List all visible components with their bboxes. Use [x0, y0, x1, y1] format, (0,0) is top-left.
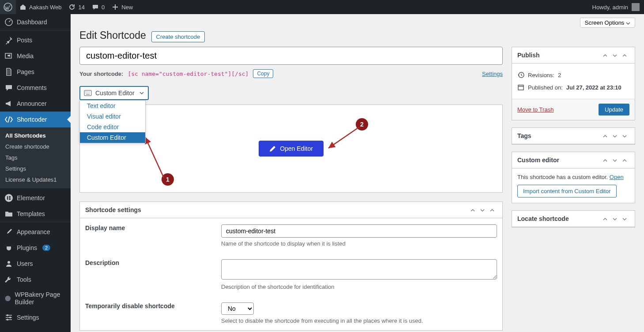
submenu-tags[interactable]: Tags [0, 152, 71, 163]
page-title: Edit Shortcode [79, 30, 146, 41]
import-button[interactable]: Import content from Custom Editor [517, 185, 617, 198]
published-row: Published on: Jul 27, 2022 at 23:10 [517, 81, 629, 93]
sidebar-item-label: Plugins [17, 244, 37, 251]
display-name-input[interactable] [221, 224, 497, 238]
main-content: Screen Options Edit Shortcode Create sho… [71, 14, 644, 332]
sidebar-item-dashboard[interactable]: Dashboard [0, 14, 71, 30]
editor-option-text[interactable]: Text editor [80, 101, 145, 111]
chevron-up-icon[interactable] [487, 206, 497, 213]
sidebar-item-elementor[interactable]: Elementor [0, 190, 71, 206]
calendar-icon [517, 84, 524, 91]
svg-point-10 [5, 296, 11, 301]
sidebar-item-posts[interactable]: Posts [0, 32, 71, 48]
sidebar-item-label: Shortcoder [17, 116, 47, 123]
description-input[interactable] [221, 259, 497, 280]
submenu-settings[interactable]: Settings [0, 163, 71, 174]
disable-select[interactable]: No [221, 302, 254, 315]
sidebar-item-templates[interactable]: Templates [0, 206, 71, 222]
svg-point-12 [9, 317, 11, 318]
chevron-up-icon[interactable] [600, 52, 610, 59]
editor-option-code[interactable]: Code editor [80, 122, 145, 132]
create-shortcode-button[interactable]: Create shortcode [151, 31, 205, 42]
chevron-down-icon[interactable] [620, 132, 629, 139]
chevron-up-icon[interactable] [620, 52, 629, 59]
settings-link[interactable]: Settings [482, 71, 503, 77]
open-link[interactable]: Open [610, 174, 624, 180]
submenu-license[interactable]: License & Updates1 [0, 174, 71, 185]
shortcode-name-input[interactable] [79, 47, 503, 65]
wordpress-icon [4, 3, 12, 11]
sidebar-item-wpbakery[interactable]: WPBakery Page Builder [0, 287, 71, 310]
publish-box: Publish Revisions: 2 Publish [512, 47, 635, 120]
sidebar-item-tools[interactable]: Tools [0, 272, 71, 287]
avatar [632, 3, 640, 11]
history-icon [517, 71, 524, 78]
admin-sidebar: Dashboard Posts Media Pages Comments Ann… [0, 14, 71, 332]
chevron-down-icon [626, 21, 630, 26]
page-header: Edit Shortcode Create shortcode [71, 28, 644, 47]
sidebar-item-media[interactable]: Media [0, 48, 71, 64]
locate-title: Locate shortcode [517, 215, 600, 222]
wp-logo[interactable] [0, 0, 16, 14]
chevron-down-icon[interactable] [610, 157, 620, 164]
open-editor-button[interactable]: Open Editor [259, 141, 324, 157]
sidebar-item-label: Pages [17, 68, 34, 75]
submenu-all-shortcodes[interactable]: All Shortcodes [0, 130, 71, 141]
sidebar-item-label: WPBakery Page Builder [15, 291, 66, 306]
editor-dropdown: Text editor Visual editor Code editor Cu… [79, 100, 146, 143]
display-name-hint: Name of the shortcode to display when it… [221, 240, 497, 247]
chevron-up-icon[interactable] [620, 157, 629, 164]
chevron-down-icon[interactable] [610, 215, 620, 222]
chevron-down-icon [139, 90, 144, 96]
chevron-up-icon[interactable] [600, 132, 610, 139]
editor-option-custom[interactable]: Custom Editor [80, 132, 145, 143]
wrench-icon [4, 275, 13, 284]
sidebar-item-announcer[interactable]: Announcer [0, 96, 71, 112]
plug-icon [4, 243, 13, 252]
sidebar-item-pages[interactable]: Pages [0, 64, 71, 80]
sidebar-item-shortcoder[interactable]: Shortcoder [0, 112, 71, 127]
admin-user[interactable]: Howdy, admin [592, 3, 644, 11]
editor-option-visual[interactable]: Visual editor [80, 111, 145, 122]
plus-icon [112, 4, 119, 11]
sidebar-item-plugins[interactable]: Plugins 2 [0, 240, 71, 256]
sidebar-item-settings[interactable]: Settings [0, 310, 71, 325]
chevron-up-icon[interactable] [468, 206, 478, 213]
editor-select[interactable]: Custom Editor [79, 86, 149, 100]
wpbakery-icon [4, 294, 11, 303]
comments[interactable]: 0 [88, 0, 108, 14]
custom-editor-box: Custom editor This shortcode has a custo… [512, 152, 635, 203]
chevron-down-icon[interactable] [610, 132, 620, 139]
site-name[interactable]: Aakash Web [16, 0, 65, 14]
sidebar-item-label: Users [17, 260, 33, 267]
chevron-up-icon[interactable] [600, 215, 610, 222]
screen-options-button[interactable]: Screen Options [580, 18, 635, 28]
svg-rect-8 [9, 199, 11, 200]
howdy-label: Howdy, admin [592, 4, 628, 11]
editor-select-wrap: Custom Editor Text editor Visual editor … [79, 86, 149, 100]
copy-button[interactable]: Copy [253, 69, 273, 78]
keyboard-icon [84, 90, 92, 96]
svg-rect-5 [7, 196, 8, 200]
pencil-icon [269, 145, 276, 152]
chevron-down-icon[interactable] [620, 215, 629, 222]
chevron-down-icon[interactable] [610, 52, 620, 59]
chevron-up-icon[interactable] [600, 157, 610, 164]
update-button[interactable]: Update [599, 104, 629, 116]
plugins-badge: 2 [42, 245, 50, 251]
revisions-row[interactable]: Revisions: 2 [517, 69, 629, 81]
move-to-trash-link[interactable]: Move to Trash [517, 106, 554, 113]
sidebar-item-comments[interactable]: Comments [0, 80, 71, 96]
sidebar-item-label: Tools [17, 276, 31, 283]
submenu-create-shortcode[interactable]: Create shortcode [0, 141, 71, 152]
dashboard-icon [4, 18, 13, 26]
annotation-arrow-2 [325, 126, 362, 153]
sidebar-item-appearance[interactable]: Appearance [0, 224, 71, 240]
custom-editor-desc: This shortcode has a custom editor. Open [517, 174, 629, 180]
sidebar-item-label: Comments [17, 84, 47, 91]
sidebar-item-users[interactable]: Users [0, 256, 71, 272]
chevron-down-icon[interactable] [478, 206, 487, 213]
pin-icon [4, 36, 13, 45]
updates[interactable]: 14 [65, 0, 88, 14]
new-content[interactable]: New [108, 0, 136, 14]
